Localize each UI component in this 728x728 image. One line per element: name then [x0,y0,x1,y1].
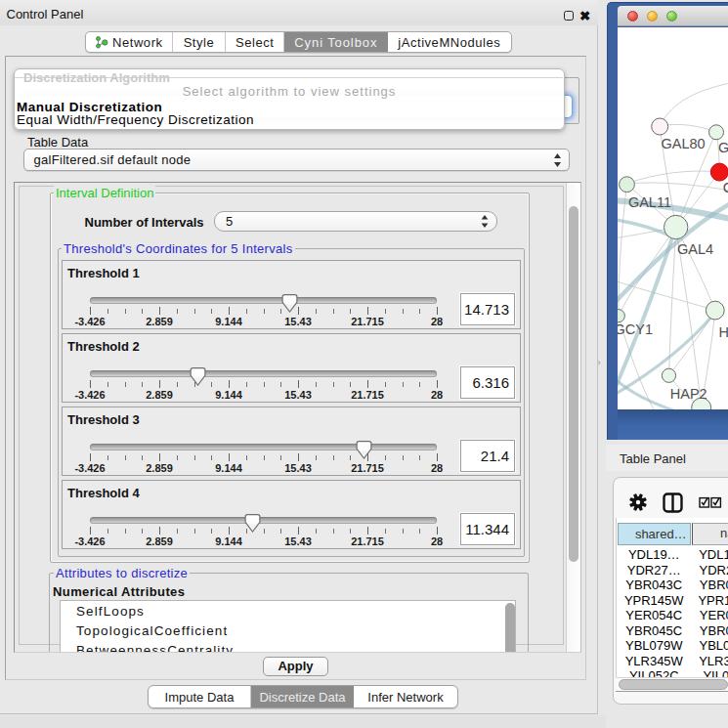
svg-text:HA: HA [719,324,728,340]
svg-text:GAL80: GAL80 [662,136,706,151]
svg-text:GA: GA [718,140,728,155]
svg-text:GAL4: GAL4 [677,241,713,257]
svg-text:HAP2: HAP2 [670,386,707,402]
svg-text:CY: CY [723,180,728,195]
svg-text:GAL11: GAL11 [628,194,671,210]
svg-text:GCY1: GCY1 [618,321,653,337]
